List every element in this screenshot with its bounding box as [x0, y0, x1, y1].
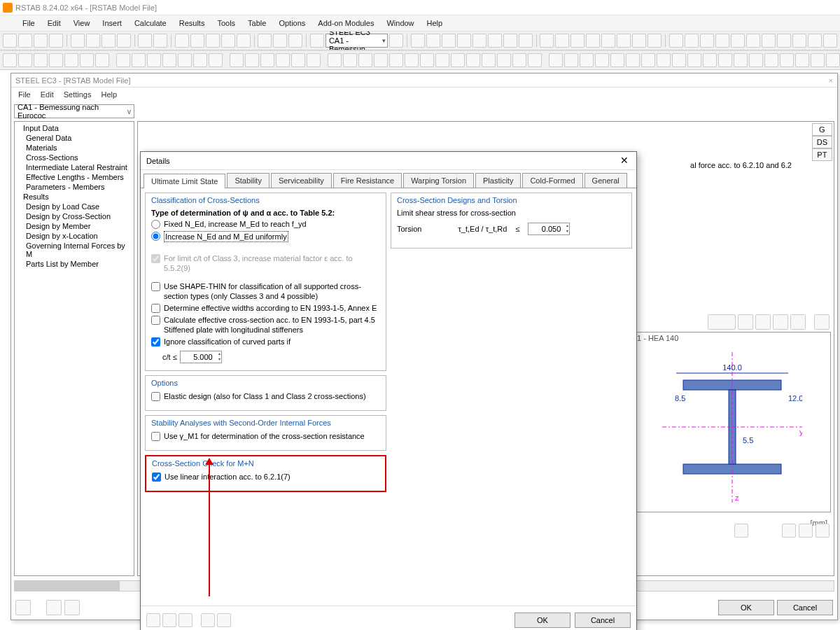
- module-combo[interactable]: STEEL EC3 CA1 - Bemessun: [326, 34, 388, 48]
- tb-icon[interactable]: [86, 34, 100, 48]
- check-elastic[interactable]: Elastic design (also for Class 1 and Cla…: [151, 391, 380, 401]
- pick-icon[interactable]: [790, 314, 806, 330]
- menu-view[interactable]: View: [68, 18, 96, 29]
- navigation-tree[interactable]: Input Data General Data Materials Cross-…: [14, 121, 134, 576]
- ok-button[interactable]: OK: [718, 600, 774, 615]
- check-shape-thin[interactable]: Use SHAPE-THIN for classification of all…: [151, 281, 380, 301]
- help-icon[interactable]: [15, 600, 31, 615]
- tb-icon[interactable]: [442, 34, 456, 48]
- tb-icon[interactable]: [34, 53, 48, 67]
- default-icon[interactable]: [178, 613, 192, 627]
- tree-input-header[interactable]: Input Data: [16, 123, 132, 133]
- tb-icon[interactable]: [451, 53, 465, 67]
- tb-icon[interactable]: [64, 53, 78, 67]
- save-config-icon[interactable]: [201, 613, 215, 627]
- menu-results[interactable]: Results: [174, 18, 211, 29]
- tb-icon[interactable]: [617, 34, 631, 48]
- tb-icon[interactable]: [457, 34, 471, 48]
- tb-icon[interactable]: [497, 53, 511, 67]
- tb-icon[interactable]: [648, 34, 662, 48]
- tree-item[interactable]: Parameters - Members: [26, 182, 132, 192]
- tb-icon[interactable]: [230, 53, 244, 67]
- tree-item[interactable]: Intermediate Lateral Restraint: [26, 162, 132, 172]
- tree-item[interactable]: Effective Lengths - Members: [26, 172, 132, 182]
- units-icon[interactable]: [162, 613, 176, 627]
- prev-icon[interactable]: [46, 600, 62, 615]
- tb-icon[interactable]: [718, 53, 732, 67]
- tree-results-header[interactable]: Results: [16, 192, 132, 202]
- tb-icon[interactable]: [746, 34, 760, 48]
- check-eff-widths[interactable]: Determine effective widths according to …: [151, 303, 380, 313]
- tb-icon[interactable]: [71, 34, 85, 48]
- excel-icon[interactable]: [773, 314, 788, 330]
- tb-new-icon[interactable]: [3, 34, 17, 48]
- tb-icon[interactable]: [482, 53, 496, 67]
- tb-icon[interactable]: [503, 34, 517, 48]
- tb-icon[interactable]: [405, 53, 419, 67]
- tb-print-icon[interactable]: [49, 34, 63, 48]
- tb-icon[interactable]: [328, 53, 342, 67]
- tab-plasticity[interactable]: Plasticity: [475, 173, 521, 188]
- tab-sls[interactable]: Serviceability: [271, 173, 332, 188]
- tb-icon[interactable]: [178, 53, 192, 67]
- tb-icon[interactable]: [488, 34, 502, 48]
- cancel-button[interactable]: Cancel: [777, 600, 833, 615]
- combo-icon[interactable]: [708, 314, 736, 330]
- tb-icon[interactable]: [823, 34, 837, 48]
- tb-icon[interactable]: [80, 53, 94, 67]
- tb-icon[interactable]: [175, 34, 189, 48]
- menu-calculate[interactable]: Calculate: [129, 18, 172, 29]
- tree-item[interactable]: Materials: [26, 143, 132, 153]
- view-icon[interactable]: [782, 524, 796, 538]
- load-config-icon[interactable]: [217, 613, 231, 627]
- radio-increase-uniform[interactable]: Increase N_Ed and M_Ed uniformly: [151, 231, 380, 242]
- tree-item[interactable]: Governing Internal Forces by M: [26, 241, 132, 259]
- menu-file[interactable]: File: [17, 18, 41, 29]
- tree-item[interactable]: General Data: [26, 133, 132, 143]
- tab-fire[interactable]: Fire Resistance: [333, 173, 402, 188]
- tb-nav-right-icon[interactable]: [389, 34, 403, 48]
- tb-icon[interactable]: [206, 34, 220, 48]
- tb-icon[interactable]: [826, 53, 840, 67]
- tb-icon[interactable]: [580, 53, 594, 67]
- tree-item[interactable]: Design by Load Case: [26, 202, 132, 211]
- tb-icon[interactable]: [245, 53, 259, 67]
- check-linear-interaction[interactable]: Use linear interaction acc. to 6.2.1(7): [152, 472, 379, 482]
- tb-icon[interactable]: [374, 53, 388, 67]
- tb-icon[interactable]: [3, 53, 17, 67]
- tb-icon[interactable]: [528, 53, 542, 67]
- tb-icon[interactable]: [777, 34, 791, 48]
- tree-item[interactable]: Design by Member: [26, 221, 132, 231]
- tb-icon[interactable]: [595, 53, 609, 67]
- design-case-combo[interactable]: CA1 - Bemessung nach Eurococ: [14, 104, 134, 118]
- tab-general[interactable]: General: [584, 173, 627, 188]
- tb-icon[interactable]: [703, 53, 717, 67]
- tb-icon[interactable]: [147, 53, 161, 67]
- tb-open-icon[interactable]: [18, 34, 32, 48]
- tb-icon[interactable]: [610, 53, 624, 67]
- tb-icon[interactable]: [731, 34, 745, 48]
- tb-icon[interactable]: [808, 34, 822, 48]
- tb-icon[interactable]: [358, 53, 372, 67]
- export-icon[interactable]: [755, 314, 771, 330]
- tb-icon[interactable]: [190, 34, 204, 48]
- view-icon[interactable]: [799, 524, 813, 538]
- menu-window[interactable]: Window: [381, 18, 419, 29]
- tb-icon[interactable]: [512, 53, 526, 67]
- tb-icon[interactable]: [102, 34, 115, 48]
- radio-fixed-ned[interactable]: Fixed N_Ed, increase M_Ed to reach f_yd: [151, 219, 380, 229]
- tb-icon[interactable]: [586, 34, 600, 48]
- tb-icon[interactable]: [307, 53, 321, 67]
- tb-icon[interactable]: [632, 34, 646, 48]
- sw-menu-help[interactable]: Help: [97, 89, 121, 100]
- sw-menu-settings[interactable]: Settings: [59, 89, 96, 100]
- tb-icon[interactable]: [601, 34, 615, 48]
- tb-icon[interactable]: [117, 34, 131, 48]
- tb-icon[interactable]: [49, 53, 63, 67]
- check-ignore-curved[interactable]: Ignore classification of curved parts if: [151, 337, 380, 346]
- tb-icon[interactable]: [288, 34, 302, 48]
- tb-icon[interactable]: [687, 53, 701, 67]
- tb-icon[interactable]: [685, 34, 699, 48]
- tab-uls[interactable]: Ultimate Limit State: [144, 174, 225, 188]
- tb-icon[interactable]: [258, 34, 272, 48]
